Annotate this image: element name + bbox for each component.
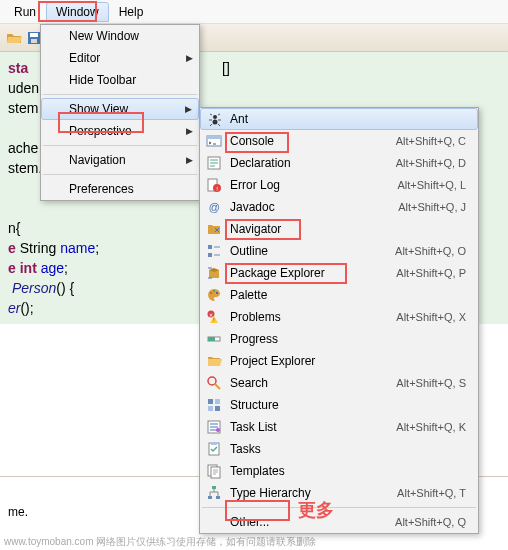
chevron-right-icon: ▶ bbox=[186, 155, 193, 165]
separator bbox=[43, 94, 197, 95]
svg-rect-25 bbox=[215, 399, 220, 404]
view-search[interactable]: SearchAlt+Shift+Q, S bbox=[200, 372, 478, 394]
menu-item-accelerator: Alt+Shift+Q, X bbox=[396, 311, 466, 323]
menu-item-label: Project Explorer bbox=[230, 354, 466, 368]
menu-item-label: Structure bbox=[230, 398, 466, 412]
view-project-explorer[interactable]: Project Explorer bbox=[200, 350, 478, 372]
open-icon[interactable] bbox=[6, 30, 22, 46]
menu-hide-toolbar[interactable]: Hide Toolbar bbox=[41, 69, 199, 91]
console-icon bbox=[206, 133, 222, 149]
view-declaration[interactable]: DeclarationAlt+Shift+Q, D bbox=[200, 152, 478, 174]
menu-show-view[interactable]: Show View▶ bbox=[41, 98, 199, 120]
svg-rect-2 bbox=[31, 39, 37, 43]
menubar: Run Window Help bbox=[0, 0, 508, 24]
menu-item-label: Package Explorer bbox=[230, 266, 396, 280]
window-menu: New Window Editor▶ Hide Toolbar Show Vie… bbox=[40, 24, 200, 201]
menu-item-label: Ant bbox=[230, 112, 466, 126]
menu-item-label: Palette bbox=[230, 288, 466, 302]
view-other-[interactable]: Other...Alt+Shift+Q, Q bbox=[200, 511, 478, 533]
svg-rect-27 bbox=[215, 406, 220, 411]
typehierarchy-icon bbox=[206, 485, 222, 501]
chevron-right-icon: ▶ bbox=[186, 126, 193, 136]
menu-item-label: Javadoc bbox=[230, 200, 398, 214]
menu-item-accelerator: Alt+Shift+Q, D bbox=[396, 157, 466, 169]
svg-rect-26 bbox=[208, 406, 213, 411]
ant-icon bbox=[207, 112, 223, 128]
menu-help[interactable]: Help bbox=[109, 2, 154, 22]
view-task-list[interactable]: Task ListAlt+Shift+Q, K bbox=[200, 416, 478, 438]
menu-item-label: Templates bbox=[230, 464, 466, 478]
svg-rect-31 bbox=[211, 442, 217, 445]
errorlog-icon: ! bbox=[206, 177, 222, 193]
menu-navigation[interactable]: Navigation▶ bbox=[41, 149, 199, 171]
other-icon bbox=[206, 514, 222, 530]
view-progress[interactable]: Progress bbox=[200, 328, 478, 350]
progress-icon bbox=[206, 331, 222, 347]
menu-window[interactable]: Window bbox=[46, 2, 109, 22]
view-navigator[interactable]: Navigator bbox=[200, 218, 478, 240]
svg-point-15 bbox=[210, 292, 212, 294]
view-javadoc[interactable]: @JavadocAlt+Shift+Q, J bbox=[200, 196, 478, 218]
view-error-log[interactable]: !Error LogAlt+Shift+Q, L bbox=[200, 174, 478, 196]
svg-point-4 bbox=[213, 120, 218, 125]
svg-point-3 bbox=[213, 115, 217, 119]
tasklist-icon bbox=[206, 419, 222, 435]
navigator-icon bbox=[206, 221, 222, 237]
menu-perspective[interactable]: Perspective▶ bbox=[41, 120, 199, 142]
outline-icon bbox=[206, 243, 222, 259]
palette-icon bbox=[206, 287, 222, 303]
svg-point-16 bbox=[213, 290, 215, 292]
view-ant[interactable]: Ant bbox=[200, 108, 478, 130]
svg-rect-6 bbox=[207, 136, 221, 139]
menu-item-label: Problems bbox=[230, 310, 396, 324]
separator bbox=[202, 507, 476, 508]
javadoc-icon: @ bbox=[206, 199, 222, 215]
structure-icon bbox=[206, 397, 222, 413]
templates-icon bbox=[206, 463, 222, 479]
svg-text:@: @ bbox=[208, 201, 219, 213]
chevron-right-icon: ▶ bbox=[186, 53, 193, 63]
menu-item-accelerator: Alt+Shift+Q, C bbox=[396, 135, 466, 147]
view-type-hierarchy[interactable]: Type HierarchyAlt+Shift+Q, T bbox=[200, 482, 478, 504]
menu-item-accelerator: Alt+Shift+Q, Q bbox=[395, 516, 466, 528]
packageexplorer-icon bbox=[206, 265, 222, 281]
menu-editor[interactable]: Editor▶ bbox=[41, 47, 199, 69]
view-outline[interactable]: OutlineAlt+Shift+Q, O bbox=[200, 240, 478, 262]
svg-rect-24 bbox=[208, 399, 213, 404]
view-structure[interactable]: Structure bbox=[200, 394, 478, 416]
menu-item-label: Navigator bbox=[230, 222, 466, 236]
view-console[interactable]: ConsoleAlt+Shift+Q, C bbox=[200, 130, 478, 152]
svg-point-29 bbox=[216, 428, 220, 432]
menu-item-label: Tasks bbox=[230, 442, 466, 456]
menu-item-label: Outline bbox=[230, 244, 395, 258]
menu-new-window[interactable]: New Window bbox=[41, 25, 199, 47]
svg-point-17 bbox=[216, 292, 218, 294]
menu-preferences[interactable]: Preferences bbox=[41, 178, 199, 200]
show-view-menu: AntConsoleAlt+Shift+Q, CDeclarationAlt+S… bbox=[199, 107, 479, 534]
menu-item-label: Search bbox=[230, 376, 396, 390]
projectexplorer-icon bbox=[206, 353, 222, 369]
view-palette[interactable]: Palette bbox=[200, 284, 478, 306]
view-tasks[interactable]: Tasks bbox=[200, 438, 478, 460]
menu-item-label: Console bbox=[230, 134, 396, 148]
search-icon bbox=[206, 375, 222, 391]
svg-rect-12 bbox=[208, 245, 212, 249]
footer-watermark: www.toymoban.com 网络图片仅供练习使用存储，如有问题请联系删除 bbox=[0, 534, 508, 550]
separator bbox=[43, 174, 197, 175]
svg-rect-13 bbox=[208, 253, 212, 257]
menu-item-label: Declaration bbox=[230, 156, 396, 170]
menu-item-accelerator: Alt+Shift+Q, L bbox=[398, 179, 466, 191]
view-templates[interactable]: Templates bbox=[200, 460, 478, 482]
svg-rect-35 bbox=[208, 496, 212, 499]
separator bbox=[43, 145, 197, 146]
view-package-explorer[interactable]: Package ExplorerAlt+Shift+Q, P bbox=[200, 262, 478, 284]
svg-rect-1 bbox=[30, 33, 38, 37]
menu-run[interactable]: Run bbox=[4, 2, 46, 22]
menu-item-accelerator: Alt+Shift+Q, J bbox=[398, 201, 466, 213]
menu-item-accelerator: Alt+Shift+Q, O bbox=[395, 245, 466, 257]
tasks-icon bbox=[206, 441, 222, 457]
svg-rect-34 bbox=[212, 486, 216, 489]
view-problems[interactable]: ✕!ProblemsAlt+Shift+Q, X bbox=[200, 306, 478, 328]
menu-item-accelerator: Alt+Shift+Q, S bbox=[396, 377, 466, 389]
annotation-text: 更多 bbox=[298, 498, 334, 522]
